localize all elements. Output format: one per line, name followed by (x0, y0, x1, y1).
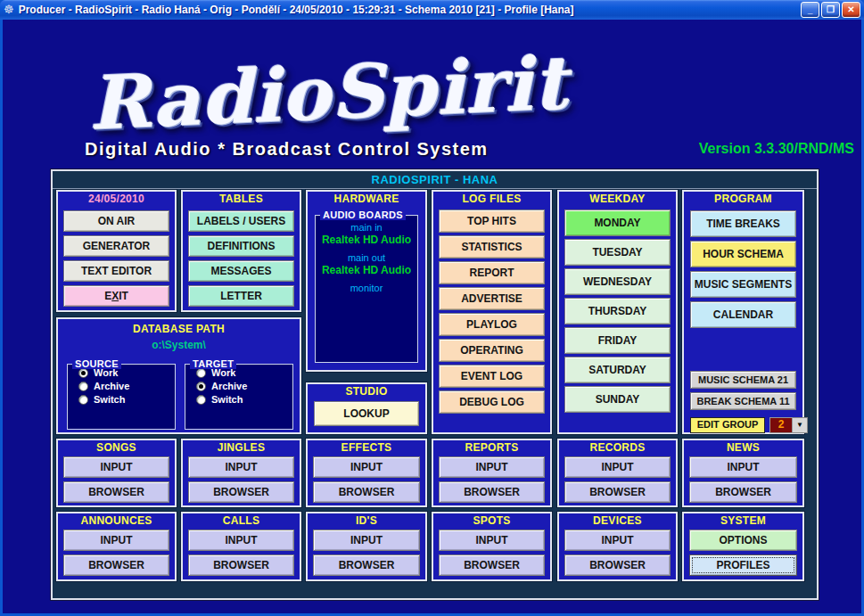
devices-input-button[interactable]: INPUT (564, 530, 671, 551)
minimize-button[interactable]: _ (801, 2, 819, 18)
report-button[interactable]: REPORT (439, 261, 545, 284)
announces-browser-button[interactable]: BROWSER (63, 554, 169, 576)
saturday-button[interactable]: SATURDAY (564, 357, 671, 383)
jingles-browser-button[interactable]: BROWSER (188, 481, 294, 503)
news-browser-button[interactable]: BROWSER (689, 481, 797, 503)
on-air-button[interactable]: ON AIR (63, 210, 169, 232)
target-group: TARGET Work Archive Switch (185, 364, 293, 430)
main-out-device: Realtek HD Audio (316, 264, 417, 276)
weekday-header: WEEKDAY (559, 192, 676, 207)
maximize-button[interactable]: ❐ (821, 2, 840, 18)
hardware-section: HARDWARE AUDIO BOARDS main in Realtek HD… (306, 190, 427, 372)
devices-browser-button[interactable]: BROWSER (564, 554, 671, 576)
calls-browser-button[interactable]: BROWSER (188, 554, 294, 576)
announces-header: ANNOUNCES (58, 513, 175, 528)
program-section: PROGRAM TIME BREAKS HOUR SCHEMA MUSIC SE… (682, 190, 804, 434)
date-section: 24/05/2010 ON AIR GENERATOR TEXT EDITOR … (56, 190, 177, 312)
spots-browser-button[interactable]: BROWSER (439, 554, 545, 576)
effects-browser-button[interactable]: BROWSER (313, 481, 420, 503)
ids-input-button[interactable]: INPUT (313, 530, 420, 551)
source-switch-radio[interactable]: Switch (68, 391, 175, 405)
calls-input-button[interactable]: INPUT (188, 530, 294, 551)
source-group: SOURCE Work Archive Switch (67, 364, 176, 430)
top-hits-button[interactable]: TOP HITS (439, 209, 545, 233)
edit-group-select[interactable]: 2 (769, 417, 793, 433)
ids-browser-button[interactable]: BROWSER (313, 554, 420, 576)
cell-devices: DEVICES INPUT BROWSER (557, 512, 678, 581)
definitions-button[interactable]: DEFINITIONS (188, 235, 294, 257)
spots-header: SPOTS (433, 513, 550, 528)
calendar-button[interactable]: CALENDAR (690, 301, 796, 328)
cell-announces: ANNOUNCES INPUT BROWSER (56, 512, 177, 581)
target-archive-radio[interactable]: Archive (185, 378, 292, 391)
edit-group-button[interactable]: EDIT GROUP (690, 417, 765, 433)
sunday-button[interactable]: SUNDAY (564, 386, 671, 413)
radio-icon (196, 382, 206, 391)
letter-button[interactable]: LETTER (188, 285, 294, 307)
announces-input-button[interactable]: INPUT (63, 530, 169, 551)
monday-button[interactable]: MONDAY (564, 209, 671, 236)
wednesday-button[interactable]: WEDNESDAY (564, 268, 671, 295)
radio-icon (196, 368, 206, 378)
news-header: NEWS (684, 440, 802, 455)
audio-boards-label: AUDIO BOARDS (320, 209, 406, 220)
main-in-label: main in (316, 222, 417, 233)
window-title: Producer - RadioSpirit - Radio Haná - Or… (19, 4, 574, 16)
reports-browser-button[interactable]: BROWSER (439, 481, 545, 503)
music-segments-button[interactable]: MUSIC SEGMENTS (690, 271, 796, 298)
generator-button[interactable]: GENERATOR (63, 235, 169, 257)
database-path-value: o:\System\ (58, 339, 300, 351)
chevron-down-icon[interactable]: ▼ (793, 417, 808, 433)
cell-reports: REPORTS INPUT BROWSER (432, 439, 552, 507)
hour-schema-button[interactable]: HOUR SCHEMA (690, 241, 796, 267)
cell-system: SYSTEM OPTIONS PROFILES (682, 512, 804, 581)
time-breaks-button[interactable]: TIME BREAKS (690, 210, 796, 237)
news-input-button[interactable]: INPUT (689, 456, 797, 478)
operating-button[interactable]: OPERATING (439, 339, 545, 362)
cell-effects: EFFECTS INPUT BROWSER (306, 439, 427, 507)
exit-label-mnemonic: X (111, 290, 119, 302)
titlebar[interactable]: ☸ Producer - RadioSpirit - Radio Haná - … (0, 0, 864, 20)
records-browser-button[interactable]: BROWSER (564, 481, 671, 503)
messages-button[interactable]: MESSAGES (188, 260, 294, 282)
monitor-label: monitor (316, 283, 417, 293)
songs-browser-button[interactable]: BROWSER (63, 481, 169, 503)
hardware-header: HARDWARE (308, 192, 425, 207)
event-log-button[interactable]: EVENT LOG (439, 365, 545, 388)
cell-songs: SONGS INPUT BROWSER (56, 439, 177, 507)
break-schema-button[interactable]: BREAK SCHEMA 11 (690, 392, 796, 410)
debug-log-button[interactable]: DEBUG LOG (439, 390, 545, 414)
text-editor-button[interactable]: TEXT EDITOR (63, 260, 169, 282)
profiles-button[interactable]: PROFILES (689, 554, 797, 576)
close-button[interactable]: ✕ (842, 2, 860, 18)
jingles-header: JINGLES (183, 440, 300, 455)
cell-jingles: JINGLES INPUT BROWSER (181, 439, 301, 507)
main-out-label: main out (316, 252, 417, 263)
friday-button[interactable]: FRIDAY (564, 327, 671, 354)
records-input-button[interactable]: INPUT (564, 456, 671, 478)
audio-boards-group: AUDIO BOARDS main in Realtek HD Audio ma… (315, 215, 418, 363)
thursday-button[interactable]: THURSDAY (564, 298, 671, 324)
app-window: ☸ Producer - RadioSpirit - Radio Haná - … (0, 0, 864, 616)
cell-calls: CALLS INPUT BROWSER (181, 512, 301, 581)
options-button[interactable]: OPTIONS (689, 530, 797, 551)
jingles-input-button[interactable]: INPUT (188, 456, 294, 478)
playlog-button[interactable]: PLAYLOG (439, 313, 545, 336)
effects-input-button[interactable]: INPUT (313, 456, 420, 478)
spots-input-button[interactable]: INPUT (439, 530, 545, 551)
advertise-button[interactable]: ADVERTISE (439, 287, 545, 310)
target-switch-radio[interactable]: Switch (185, 391, 292, 405)
tuesday-button[interactable]: TUESDAY (564, 239, 671, 266)
statistics-button[interactable]: STATISTICS (439, 235, 545, 259)
source-archive-radio[interactable]: Archive (68, 378, 175, 391)
music-schema-button[interactable]: MUSIC SCHEMA 21 (690, 371, 796, 389)
labels-users-button[interactable]: LABELS / USERS (188, 210, 294, 232)
ids-header: ID'S (308, 513, 425, 528)
lookup-button[interactable]: LOOKUP (314, 401, 419, 426)
reports-input-button[interactable]: INPUT (439, 456, 545, 478)
exit-button[interactable]: EXIT (63, 285, 169, 307)
songs-input-button[interactable]: INPUT (63, 456, 169, 478)
app-subtitle: Digital Audio * Broadcast Control System (85, 139, 489, 160)
window-content: RadioSpirit Digital Audio * Broadcast Co… (3, 20, 861, 613)
log-files-section: LOG FILES TOP HITS STATISTICS REPORT ADV… (432, 190, 552, 434)
